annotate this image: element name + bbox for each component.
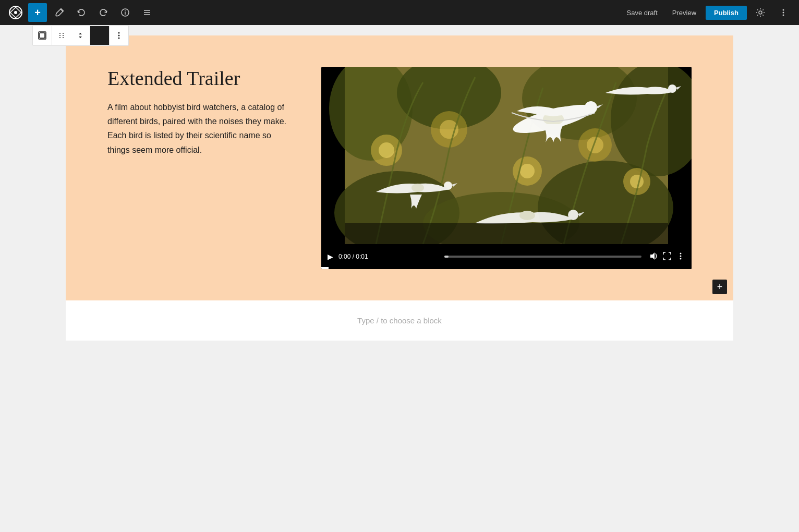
video-controls: ▶ 0:00 / 0:01 bbox=[321, 246, 692, 267]
svg-point-1 bbox=[14, 11, 17, 14]
svg-point-51 bbox=[680, 252, 682, 254]
edit-button[interactable] bbox=[50, 3, 69, 22]
block-more-options-button[interactable] bbox=[110, 26, 128, 45]
svg-point-33 bbox=[379, 142, 394, 158]
svg-point-14 bbox=[59, 33, 60, 34]
svg-point-19 bbox=[63, 37, 64, 38]
video-progress-fill bbox=[444, 256, 449, 258]
move-up-down-button[interactable] bbox=[71, 26, 90, 45]
video-progress-bar[interactable] bbox=[444, 256, 641, 258]
block-toolbar bbox=[32, 25, 129, 46]
media-text-block: Extended Trailer A film about hobbyist b… bbox=[66, 35, 733, 300]
block-placeholder[interactable]: Type / to choose a block bbox=[66, 300, 733, 341]
topbar: + bbox=[0, 0, 799, 25]
block-style-button[interactable] bbox=[90, 26, 109, 45]
editor-area: Extended Trailer A film about hobbyist b… bbox=[0, 25, 799, 532]
video-seekbar[interactable] bbox=[321, 267, 692, 269]
toolbar-group-style bbox=[90, 26, 110, 45]
add-block-bottom-button[interactable]: + bbox=[712, 280, 727, 294]
svg-point-53 bbox=[680, 258, 682, 259]
preview-button[interactable]: Preview bbox=[667, 6, 701, 20]
text-column: Extended Trailer A film about hobbyist b… bbox=[107, 67, 290, 157]
play-button-icon[interactable]: ▶ bbox=[328, 252, 333, 261]
svg-point-4 bbox=[125, 10, 126, 11]
toolbar-group-parent bbox=[33, 26, 52, 45]
svg-point-52 bbox=[680, 255, 682, 257]
wp-logo-icon bbox=[6, 3, 25, 22]
toolbar-group-drag bbox=[52, 26, 90, 45]
parent-selector-button[interactable] bbox=[33, 26, 52, 45]
svg-point-45 bbox=[411, 184, 424, 192]
fullscreen-icon[interactable] bbox=[662, 251, 672, 262]
svg-point-46 bbox=[444, 182, 452, 190]
svg-point-39 bbox=[587, 137, 603, 153]
svg-point-35 bbox=[440, 120, 458, 139]
publish-button[interactable]: Publish bbox=[706, 6, 747, 20]
svg-point-49 bbox=[668, 84, 676, 93]
undo-button[interactable] bbox=[72, 3, 91, 22]
svg-point-37 bbox=[520, 164, 535, 178]
svg-point-48 bbox=[568, 210, 578, 220]
drag-handle-button[interactable] bbox=[52, 26, 71, 45]
svg-point-17 bbox=[63, 33, 64, 34]
settings-button[interactable] bbox=[751, 3, 770, 22]
video-seekbar-fill bbox=[321, 267, 329, 269]
video-thumbnail bbox=[321, 67, 692, 244]
svg-point-10 bbox=[783, 12, 784, 14]
topbar-right: Save draft Preview Publish bbox=[622, 3, 793, 22]
more-options-button[interactable] bbox=[774, 3, 793, 22]
save-draft-button[interactable]: Save draft bbox=[622, 6, 663, 20]
svg-point-8 bbox=[759, 11, 762, 14]
video-more-icon[interactable] bbox=[676, 251, 685, 262]
block-description[interactable]: A film about hobbyist bird watchers, a c… bbox=[107, 100, 290, 157]
volume-icon[interactable] bbox=[649, 251, 658, 262]
svg-point-23 bbox=[118, 38, 120, 39]
redo-button[interactable] bbox=[94, 3, 113, 22]
svg-point-44 bbox=[585, 101, 597, 114]
info-button[interactable] bbox=[116, 3, 135, 22]
add-block-button[interactable]: + bbox=[28, 3, 47, 22]
svg-rect-13 bbox=[40, 33, 45, 38]
svg-point-21 bbox=[118, 32, 120, 34]
svg-point-15 bbox=[59, 35, 60, 36]
list-view-button[interactable] bbox=[138, 3, 156, 22]
editor-content: Extended Trailer A film about hobbyist b… bbox=[66, 35, 733, 341]
video-time: 0:00 / 0:01 bbox=[338, 253, 437, 260]
svg-rect-50 bbox=[345, 223, 668, 244]
video-control-icons bbox=[649, 251, 685, 262]
topbar-left: + bbox=[6, 3, 622, 22]
svg-point-41 bbox=[630, 175, 644, 188]
toolbar-group-more bbox=[110, 26, 128, 45]
svg-point-47 bbox=[519, 211, 535, 220]
block-title[interactable]: Extended Trailer bbox=[107, 67, 290, 90]
video-container: ▶ 0:00 / 0:01 bbox=[321, 67, 692, 269]
media-column: ▶ 0:00 / 0:01 bbox=[321, 67, 692, 269]
svg-point-18 bbox=[63, 35, 64, 36]
svg-point-16 bbox=[59, 37, 60, 38]
svg-rect-20 bbox=[96, 32, 103, 39]
svg-point-22 bbox=[118, 35, 120, 37]
svg-point-9 bbox=[783, 9, 784, 11]
svg-point-11 bbox=[783, 15, 784, 16]
